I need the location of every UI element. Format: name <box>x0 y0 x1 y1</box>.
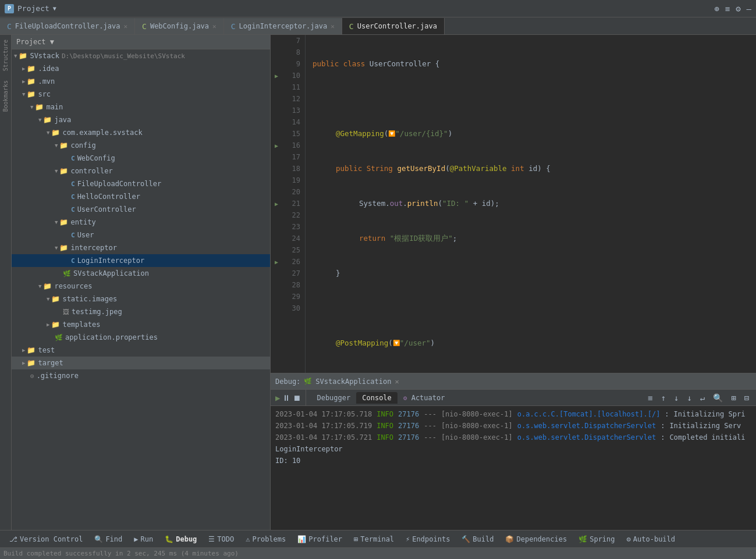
tab-close-icon[interactable]: ✕ <box>331 23 335 30</box>
settings-btn[interactable]: ⚙ <box>736 4 740 13</box>
code-content[interactable]: public class UserController { @GetMappin… <box>306 35 756 373</box>
tree-item-config[interactable]: ▼ 📁 config <box>12 139 270 152</box>
table-btn[interactable]: ⊞ <box>729 392 738 404</box>
tree-arrow[interactable]: ▼ <box>55 245 58 251</box>
status-version-control[interactable]: ⎇ Version Control <box>5 534 87 544</box>
status-endpoints[interactable]: ⚡ Endpoints <box>401 534 455 544</box>
status-run[interactable]: ▶ Run <box>129 534 158 544</box>
structure-label[interactable]: Structure <box>2 35 9 76</box>
tree-item-test[interactable]: ▶ 📁 test <box>12 344 270 357</box>
tree-arrow[interactable]: ▶ <box>22 79 25 84</box>
log-level: INFO <box>377 432 393 443</box>
tab-close-icon[interactable]: ✕ <box>212 23 216 30</box>
gutter-21-run[interactable]: ▶ <box>271 198 282 209</box>
status-auto-build[interactable]: ⚙ Auto-build <box>622 534 680 544</box>
status-profiler[interactable]: 📊 Profiler <box>293 534 347 544</box>
tree-item-controller[interactable]: ▼ 📁 controller <box>12 165 270 177</box>
gutter-26-run[interactable]: ▶ <box>271 256 282 268</box>
debug-tab-actuator[interactable]: ⚙ Actuator <box>397 392 451 404</box>
log-plain: ID: 10 <box>275 455 300 467</box>
tree-item-templates[interactable]: ▶ 📁 templates <box>12 318 270 331</box>
tree-item-target[interactable]: ▶ 📁 target <box>12 357 270 369</box>
status-build[interactable]: 🔨 Build <box>457 534 498 544</box>
tree-item-webconfig[interactable]: C WebConfig <box>12 152 270 165</box>
project-dropdown-arrow[interactable]: ▼ <box>53 5 56 12</box>
build-btn[interactable]: ≡ <box>725 4 730 13</box>
options-btn[interactable]: ⊟ <box>742 392 751 404</box>
gutter-16-run[interactable]: ▶ <box>271 140 282 151</box>
tab-user-controller[interactable]: C UserController.java <box>342 18 445 34</box>
scroll-up-btn[interactable]: ↑ <box>658 392 668 404</box>
tree-item-file-upload[interactable]: C FileUploadController <box>12 177 270 190</box>
tree-arrow[interactable]: ▶ <box>22 66 25 72</box>
tree-item-resources[interactable]: ▼ 📁 resources <box>12 280 270 293</box>
tree-arrow[interactable]: ▼ <box>47 296 49 302</box>
tree-arrow[interactable]: ▼ <box>22 91 25 97</box>
pause-btn[interactable]: ⏸ <box>282 393 290 403</box>
tree-arrow[interactable]: ▼ <box>55 143 58 148</box>
tree-arrow[interactable]: ▶ <box>22 360 25 366</box>
debug-content[interactable]: 2023-01-04 17:17:05.718 INFO 27176 --- [… <box>271 406 756 530</box>
gutter-10-run[interactable]: ▶ <box>271 70 282 81</box>
log-thread: [nio-8080-exec-1] <box>441 432 513 443</box>
line-numbers: 7 8 9 10 11 12 13 14 15 16 17 18 19 20 2… <box>282 35 306 373</box>
tree-item-entity[interactable]: ▼ 📁 entity <box>12 216 270 229</box>
file-tree[interactable]: ▼ 📁 SVstack D:\Desktop\music_Website\SVs… <box>12 49 270 530</box>
bookmarks-label[interactable]: Bookmarks <box>2 76 9 116</box>
tree-arrow[interactable]: ▼ <box>55 168 58 174</box>
status-debug[interactable]: 🐛 Debug <box>160 534 201 544</box>
debug-tab-debugger[interactable]: Debugger <box>311 392 356 404</box>
tree-arrow[interactable]: ▼ <box>38 117 41 123</box>
ln-7: 7 <box>285 35 300 47</box>
add-config-btn[interactable]: ⊕ <box>714 4 719 13</box>
tab-webconfig[interactable]: C WebConfig.java ✕ <box>135 18 224 34</box>
tab-login[interactable]: C LoginInterceptor.java ✕ <box>224 18 342 34</box>
debug-close-btn[interactable]: ✕ <box>395 378 399 386</box>
scroll-down2-btn[interactable]: ↓ <box>684 392 694 404</box>
status-dependencies[interactable]: 📦 Dependencies <box>501 534 572 544</box>
tree-item-svstack[interactable]: ▼ 📁 SVstack D:\Desktop\music_Website\SVs… <box>12 49 270 62</box>
minimize-btn[interactable]: — <box>747 4 751 13</box>
tree-arrow[interactable]: ▶ <box>22 347 25 353</box>
tree-item-testimg[interactable]: 🖼 testimg.jpeg <box>12 305 270 318</box>
tree-item-user-controller[interactable]: C UserController <box>12 203 270 216</box>
gutter-30 <box>271 302 282 314</box>
tree-item-svstack-app[interactable]: 🌿 SVstackApplication <box>12 267 270 280</box>
format-btn[interactable]: ≡ <box>645 392 655 404</box>
tree-item-name: .mvn <box>38 77 55 86</box>
tree-arrow[interactable]: ▼ <box>30 104 33 110</box>
tree-item-mvn[interactable]: ▶ 📁 .mvn <box>12 75 270 88</box>
tree-item-package[interactable]: ▼ 📁 com.example.svstack <box>12 126 270 139</box>
tree-item-static-images[interactable]: ▼ 📁 static.images <box>12 293 270 305</box>
status-problems[interactable]: ⚠ Problems <box>241 534 290 544</box>
debug-tab-console[interactable]: Console <box>356 392 397 404</box>
tree-item-java[interactable]: ▼ 📁 java <box>12 113 270 126</box>
tree-arrow[interactable]: ▶ <box>47 322 49 327</box>
filter-btn[interactable]: 🔍 <box>711 392 725 404</box>
tree-arrow[interactable]: ▼ <box>55 219 58 225</box>
tree-item-gitignore[interactable]: ⊙ .gitignore <box>12 369 270 382</box>
stop-btn[interactable]: ⏹ <box>293 393 301 403</box>
tree-item-main[interactable]: ▼ 📁 main <box>12 101 270 113</box>
tree-item-user-entity[interactable]: C User <box>12 229 270 241</box>
tree-arrow[interactable]: ▼ <box>14 53 17 59</box>
tab-close-icon[interactable]: ✕ <box>123 23 127 30</box>
resume-btn[interactable]: ▶ <box>275 393 280 403</box>
status-find[interactable]: 🔍 Find <box>90 534 127 544</box>
scroll-down-btn[interactable]: ↓ <box>672 392 681 404</box>
tree-item-src[interactable]: ▼ 📁 src <box>12 88 270 101</box>
tree-item-interceptor[interactable]: ▼ 📁 interceptor <box>12 241 270 254</box>
status-todo[interactable]: ☰ TODO <box>204 534 239 544</box>
tab-file-upload[interactable]: C FileUploadController.java ✕ <box>0 18 135 34</box>
sp <box>362 372 367 373</box>
tree-item-login-interceptor[interactable]: C LoginInterceptor <box>12 254 270 267</box>
tree-item-hello[interactable]: C HelloController <box>12 190 270 203</box>
status-terminal[interactable]: ⊞ Terminal <box>349 534 399 544</box>
tree-arrow[interactable]: ▼ <box>38 283 41 289</box>
code-area[interactable]: ▶ ▶ ▶ ▶ <box>271 35 756 373</box>
tree-arrow[interactable]: ▼ <box>47 130 49 136</box>
status-spring[interactable]: 🌿 Spring <box>574 534 619 544</box>
step-btn[interactable]: ↵ <box>698 392 707 404</box>
tree-item-idea[interactable]: ▶ 📁 .idea <box>12 62 270 75</box>
tree-item-app-props[interactable]: 🌿 application.properties <box>12 331 270 344</box>
